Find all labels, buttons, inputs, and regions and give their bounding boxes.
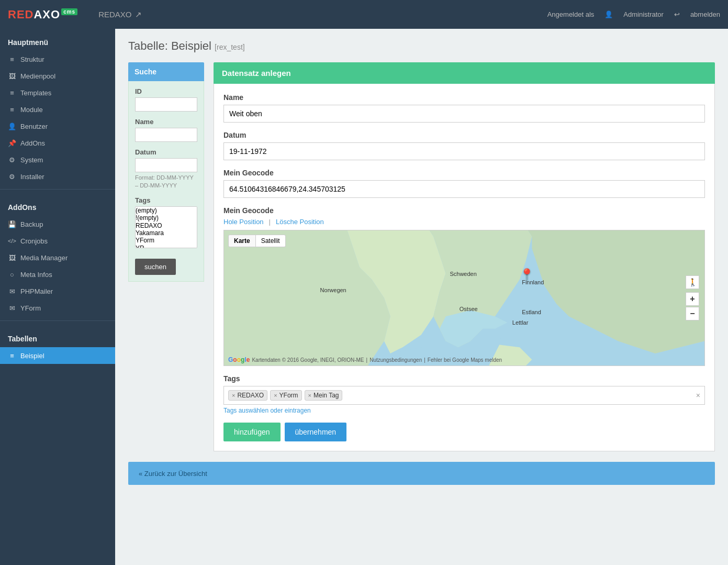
yform-icon: ✉ (8, 304, 16, 312)
google-logo: Google (228, 356, 250, 363)
tag-mein-tag-label: Mein Tag (313, 392, 339, 399)
templates-icon: ≡ (8, 88, 16, 97)
name-input[interactable] (223, 105, 705, 123)
header-site-name[interactable]: REDAXO ↗ (98, 10, 141, 19)
sidebar-item-benutzer[interactable]: 👤 Benutzer (0, 118, 115, 135)
sidebar-item-yform[interactable]: ✉ YForm (0, 300, 115, 316)
sidebar-item-medienpool[interactable]: 🖼 Medienpool (0, 68, 115, 84)
sidebar-item-installer[interactable]: ⚙ Installer (0, 168, 115, 185)
sidebar-item-addons[interactable]: 📌 AddOns (0, 135, 115, 151)
hole-position-link[interactable]: Hole Position (223, 218, 264, 226)
tag-yform-remove[interactable]: × (274, 392, 277, 398)
logo-cms: cms (61, 8, 77, 15)
sidebar-item-meta-infos[interactable]: ○ Meta Infos (0, 266, 115, 283)
sidebar-item-module[interactable]: ≡ Module (0, 101, 115, 118)
map-fehler[interactable]: Fehler bei Google Maps melden (428, 357, 502, 363)
search-tags-group: Tags (empty) !(empty) REDAXO Yakamara YF… (135, 196, 197, 248)
map-label-norwegen: Norwegen (320, 287, 346, 293)
sidebar-item-label: System (20, 156, 43, 164)
content-grid: Suche ID Name Datum Format: DD-MM-YYYY –… (128, 62, 715, 451)
sidebar-item-system[interactable]: ⚙ System (0, 151, 115, 168)
sidebar-item-templates[interactable]: ≡ Templates (0, 84, 115, 101)
tags-container[interactable]: × REDAXO × YForm × Mein Tag × (223, 386, 705, 405)
map-tab-karte[interactable]: Karte (228, 235, 256, 247)
tag-option-redaxo[interactable]: REDAXO (136, 222, 197, 229)
sidebar-item-label: Beispiel (20, 352, 44, 360)
map-person-button[interactable]: 🚶 (686, 275, 699, 289)
tag-option-yform[interactable]: YForm (136, 237, 197, 244)
sidebar-divider-2 (0, 320, 115, 321)
apply-button[interactable]: übernehmen (285, 423, 347, 441)
sidebar-item-struktur[interactable]: ≡ Struktur (0, 51, 115, 68)
sidebar-item-backup[interactable]: 💾 Backup (0, 216, 115, 232)
installer-icon: ⚙ (8, 172, 16, 181)
tag-mein-tag: × Mein Tag (305, 390, 343, 401)
sidebar-item-label: Struktur (20, 56, 44, 63)
tag-mein-tag-remove[interactable]: × (308, 392, 311, 398)
sidebar-item-label: Cronjobs (20, 237, 48, 245)
name-field: Name (223, 93, 705, 123)
sidebar-item-phpmailer[interactable]: ✉ PHPMailer (0, 283, 115, 300)
search-button[interactable]: suchen (135, 259, 176, 275)
sidebar-item-media-manager[interactable]: 🖼 Media Manager (0, 249, 115, 266)
datum-field-label: Datum (223, 131, 705, 139)
logged-in-label: Angemeldet als (547, 10, 595, 18)
tag-option-not-empty[interactable]: !(empty) (136, 214, 197, 221)
search-datum-group: Datum Format: DD-MM-YYYY – DD-MM-YYYY (135, 148, 197, 190)
map-pin: 📍 (520, 268, 534, 282)
sidebar-item-label: Benutzer (20, 123, 48, 130)
geocode-action-label: Mein Geocode (223, 206, 705, 215)
logo-red: RED (8, 8, 33, 21)
map-container[interactable]: Karte Satellit Norwegen Schweden Finnlan… (223, 230, 705, 366)
record-panel-body: Name Datum Mein Geocode (214, 84, 715, 451)
benutzer-icon: 👤 (8, 122, 16, 130)
map-tab-satellit[interactable]: Satellit (256, 235, 286, 247)
geocode-input[interactable] (223, 180, 705, 198)
tags-clear-button[interactable]: × (696, 391, 700, 400)
backup-icon: 💾 (8, 220, 16, 228)
map-nutzungsbedingungen[interactable]: Nutzungsbedingungen (369, 357, 422, 363)
map-footer: Google Kartendaten © 2016 Google, INEGI,… (228, 356, 502, 363)
sidebar-item-beispiel[interactable]: ≡ Beispiel (0, 347, 115, 364)
tag-option-yakamara[interactable]: Yakamara (136, 229, 197, 237)
loesche-position-link[interactable]: Lösche Position (276, 218, 324, 226)
map-tabs: Karte Satellit (228, 235, 286, 247)
map-zoom-in-button[interactable]: + (686, 292, 699, 306)
page-title: Tabelle: Beispiel [rex_test] (128, 39, 715, 53)
addons-icon: 📌 (8, 139, 16, 147)
map-label-lettlar: Lettlar (512, 319, 529, 326)
table-id: [rex_test] (215, 43, 245, 51)
back-link[interactable]: « Zurück zur Übersicht (139, 470, 207, 478)
struktur-icon: ≡ (8, 55, 16, 63)
page-title-text: Tabelle: Beispiel (128, 39, 211, 52)
sidebar-item-cronjobs[interactable]: </> Cronjobs (0, 232, 115, 249)
sidebar-item-label: Meta Infos (20, 271, 52, 279)
main-content: Tabelle: Beispiel [rex_test] Suche ID Na… (115, 29, 728, 565)
search-datum-input[interactable] (135, 158, 197, 172)
tags-hint: Tags auswählen oder eintragen (223, 407, 705, 414)
map-label-schweden: Schweden (450, 271, 476, 277)
search-name-input[interactable] (135, 128, 197, 142)
search-id-input[interactable] (135, 97, 197, 112)
sidebar-item-label: Medienpool (20, 72, 55, 80)
map-label-estland: Estland (522, 309, 541, 315)
map-zoom-out-button[interactable]: − (686, 307, 699, 320)
search-tags-select[interactable]: (empty) !(empty) REDAXO Yakamara YForm Y… (135, 206, 197, 248)
module-icon: ≡ (8, 105, 16, 114)
tag-redaxo-remove[interactable]: × (232, 392, 235, 398)
external-link-icon: ↗ (135, 10, 142, 19)
add-button[interactable]: hinzufügen (223, 423, 281, 441)
cronjobs-icon: </> (8, 237, 16, 245)
site-name-label: REDAXO (98, 10, 131, 19)
tag-option-empty[interactable]: (empty) (136, 207, 197, 214)
tag-option-yr[interactable]: YR... (136, 245, 197, 248)
search-tags-label: Tags (135, 196, 197, 204)
sidebar: Hauptmenü ≡ Struktur 🖼 Medienpool ≡ Temp… (0, 29, 115, 565)
geocode-divider: | (269, 218, 271, 226)
admin-label: Administrator (623, 10, 664, 18)
datum-input[interactable] (223, 142, 705, 160)
sidebar-item-label: PHPMailer (20, 287, 53, 295)
name-field-label: Name (223, 93, 705, 102)
logout-label[interactable]: abmelden (690, 10, 720, 18)
search-datum-label: Datum (135, 148, 197, 156)
